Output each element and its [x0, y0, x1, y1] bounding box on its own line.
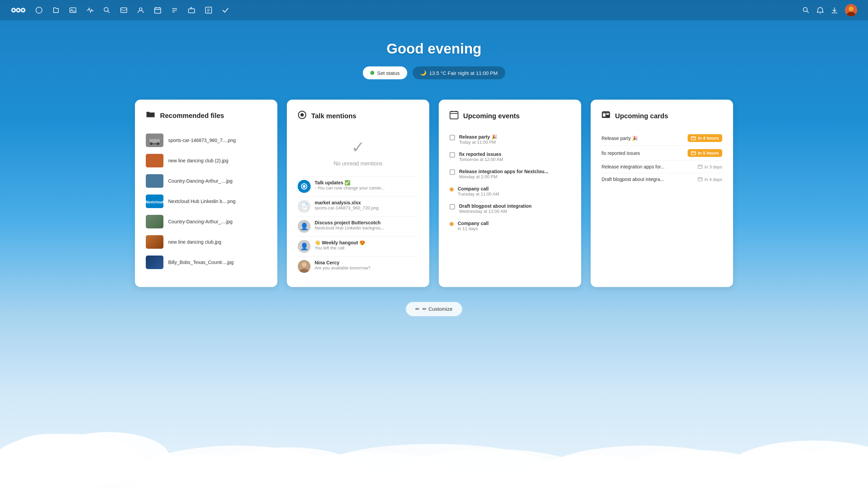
- nav-icon-photos[interactable]: [69, 6, 77, 14]
- mention-title: market analysis.xlsx: [315, 200, 379, 205]
- event-checkbox[interactable]: [450, 204, 455, 209]
- file-item[interactable]: new line dancing club.jpg: [146, 232, 267, 252]
- talk-mentions-card: Talk mentions ✓ No unread mentions Talk …: [287, 100, 429, 287]
- event-item[interactable]: Release party 🎉 Today at 11:00 PM: [450, 131, 570, 148]
- event-item[interactable]: Company call in 11 days: [450, 217, 570, 235]
- mention-item[interactable]: 👤 Discuss project Butterscotch Nextcloud…: [298, 216, 418, 236]
- card-item[interactable]: fix reported issues in 5 hours: [601, 146, 722, 161]
- event-checkbox[interactable]: [450, 152, 455, 158]
- weather-button[interactable]: 🌙 13.5 °C Fair night at 11:00 PM: [413, 66, 505, 79]
- event-checkbox[interactable]: [450, 135, 455, 140]
- file-name: Country-Dancing-Arthur_....jpg: [168, 219, 233, 224]
- svg-point-6: [36, 7, 42, 13]
- file-item[interactable]: Nextcloud Nextcloud Hub Linkedin b....pn…: [146, 191, 267, 211]
- nav-icon-mail[interactable]: [120, 6, 127, 14]
- mention-sub: sports-car-146873_960_720.png: [315, 205, 379, 210]
- svg-rect-11: [121, 8, 127, 13]
- event-dot: [450, 187, 454, 191]
- mention-sub: - You can now change your camer...: [315, 185, 385, 190]
- event-time: in 11 days: [458, 226, 489, 231]
- event-details: Release party 🎉 Today at 11:00 PM: [459, 134, 497, 145]
- event-time: Monday at 2:00 PM: [459, 174, 548, 179]
- download-icon[interactable]: [831, 6, 838, 14]
- file-item[interactable]: Country-Dancing-Arthur_....jpg: [146, 171, 267, 191]
- file-name: sports-car-146873_960_7....png: [168, 138, 236, 143]
- upcoming-cards-title: Upcoming cards: [615, 112, 668, 120]
- talk-icon: [298, 110, 307, 121]
- event-item[interactable]: Company call Tuesday at 11:00 AM: [450, 183, 570, 200]
- customize-button[interactable]: ✏ ✏ Customize: [406, 302, 462, 316]
- file-item[interactable]: Country-Dancing-Arthur_....jpg: [146, 211, 267, 232]
- svg-point-25: [803, 7, 807, 12]
- weather-label: 13.5 °C Fair night at 11:00 PM: [429, 70, 498, 76]
- card-item[interactable]: Release party 🎉 in 4 hours: [601, 131, 722, 146]
- event-name: Company call: [458, 186, 499, 191]
- mention-content: Discuss project Butterscotch Nextcloud H…: [315, 220, 384, 230]
- svg-point-75: [7, 434, 95, 474]
- event-name: Draft blogpost about integration: [459, 203, 532, 209]
- nav-left: [11, 6, 229, 15]
- event-details: Release integration apps for Nextclou...…: [459, 169, 548, 179]
- nav-icon-contacts[interactable]: [137, 6, 144, 14]
- nav-icon-briefcase[interactable]: [188, 6, 195, 14]
- svg-point-35: [157, 142, 159, 145]
- card-item-name: Draft blogpost about integra...: [601, 177, 664, 182]
- svg-point-82: [542, 446, 746, 488]
- file-item[interactable]: Billy_Bobs_Texas_Countr....jpg: [146, 252, 267, 272]
- svg-point-3: [13, 9, 15, 11]
- talk-mentions-title: Talk mentions: [311, 112, 356, 120]
- nav-icon-notes[interactable]: [171, 6, 178, 14]
- file-item[interactable]: new line dancing club (2).jpg: [146, 150, 267, 171]
- svg-point-86: [719, 449, 841, 488]
- calendar-icon: [450, 110, 458, 121]
- mention-item[interactable]: Nina Cercy Are you available tomorrow?: [298, 256, 418, 276]
- nav-icon-files[interactable]: [52, 6, 60, 14]
- svg-point-42: [300, 113, 304, 117]
- event-time: Today at 11:00 PM: [459, 140, 497, 145]
- status-row: Set status 🌙 13.5 °C Fair night at 11:00…: [363, 66, 505, 79]
- nav-icon-search[interactable]: [103, 6, 111, 14]
- notifications-icon[interactable]: [816, 6, 824, 14]
- nav-icon-calendar[interactable]: [154, 6, 161, 14]
- no-mentions: ✓ No unread mentions: [298, 131, 418, 176]
- recommended-files-header: Recommended files: [146, 110, 267, 121]
- nav-icon-tasks[interactable]: [205, 6, 212, 14]
- file-item[interactable]: sports-car-146873_960_7....png: [146, 130, 267, 150]
- recommended-files-title: Recommended files: [160, 112, 224, 120]
- event-item[interactable]: Release integration apps for Nextclou...…: [450, 165, 570, 183]
- svg-point-12: [139, 8, 142, 11]
- cards-grid: Recommended files sports-car-146873_960_…: [125, 100, 743, 287]
- svg-rect-88: [0, 474, 868, 488]
- event-name: fix reported issues: [459, 151, 503, 157]
- svg-point-84: [617, 450, 773, 488]
- event-item[interactable]: Draft blogpost about integration Wednesd…: [450, 200, 570, 217]
- event-name: Company call: [458, 221, 489, 226]
- event-checkbox[interactable]: [450, 169, 455, 175]
- card-item[interactable]: Draft blogpost about integra... in 4 day…: [601, 173, 722, 185]
- nav-icon-activity[interactable]: [86, 6, 94, 14]
- svg-rect-56: [691, 137, 695, 140]
- upcoming-events-title: Upcoming events: [463, 112, 520, 120]
- mention-avatar: 👤: [298, 220, 311, 233]
- event-name: Release integration apps for Nextclou...: [459, 169, 548, 174]
- search-icon[interactable]: [802, 6, 810, 14]
- user-avatar[interactable]: [845, 4, 857, 16]
- mention-item[interactable]: 📄 market analysis.xlsx sports-car-146873…: [298, 196, 418, 216]
- card-item-name: Release party 🎉: [601, 136, 638, 141]
- card-item[interactable]: Release integration apps for... in 3 day…: [601, 161, 722, 173]
- mention-content: Nina Cercy Are you available tomorrow?: [315, 260, 371, 270]
- clouds: [0, 319, 868, 488]
- nav-icon-check[interactable]: [222, 6, 229, 14]
- file-thumb: [146, 256, 163, 269]
- mention-item[interactable]: 👤 👋 Weekly hangout 😍 You left the call: [298, 236, 418, 256]
- mention-item[interactable]: Talk updates ✅ - You can now change your…: [298, 176, 418, 196]
- event-item[interactable]: fix reported issues Tomorrow at 12:00 AM: [450, 148, 570, 165]
- mention-avatar: 👤: [298, 240, 311, 253]
- logo[interactable]: [11, 6, 26, 15]
- file-thumb: [146, 235, 163, 249]
- file-name: Country-Dancing-Arthur_....jpg: [168, 178, 233, 184]
- set-status-button[interactable]: Set status: [363, 66, 407, 79]
- nav-icon-circle[interactable]: [35, 6, 43, 14]
- mention-avatar: 📄: [298, 200, 311, 213]
- mention-content: 👋 Weekly hangout 😍 You left the call: [315, 240, 365, 250]
